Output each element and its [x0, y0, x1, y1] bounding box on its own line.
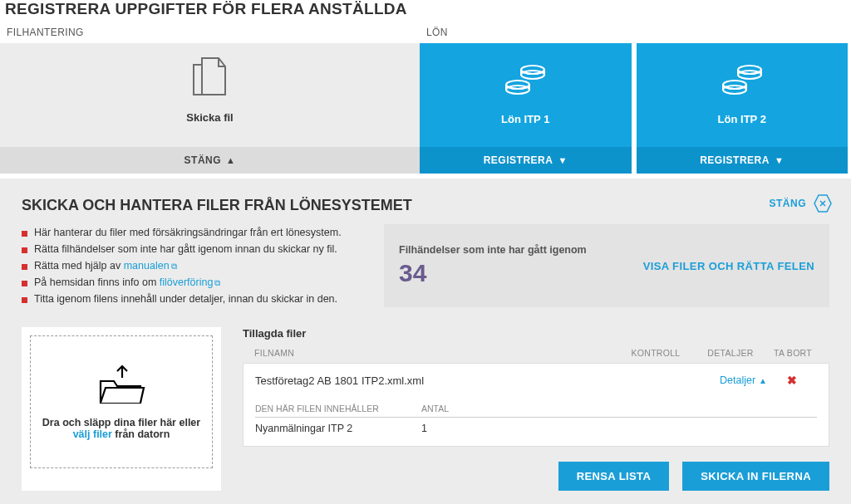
- file-item: Testföretag2 AB 1801 ITP2.xml.xml Detalj…: [243, 363, 829, 447]
- file-delete-button[interactable]: ✖: [767, 374, 817, 387]
- page-title: REGISTRERA UPPGIFTER FÖR FLERA ANSTÄLLDA: [0, 0, 851, 25]
- column-label-lon: LÖN: [420, 25, 848, 43]
- column-label-filhantering: FILHANTERING: [0, 25, 420, 43]
- filetransfer-link[interactable]: filöverföring: [160, 276, 214, 288]
- list-item: Rätta filhändelser som inte har gått ige…: [22, 241, 362, 257]
- card-action-register[interactable]: REGISTRERA ▼: [637, 147, 849, 174]
- card-lon-itp1[interactable]: Lön ITP 1 REGISTRERA ▼: [420, 43, 632, 174]
- chevron-up-icon: ▲: [226, 155, 235, 165]
- col-header-tabort: TA BORT: [768, 348, 818, 358]
- card-action-label: STÄNG: [184, 154, 222, 166]
- pending-events-box: Filhändelser som inte har gått igenom 34…: [384, 224, 829, 307]
- external-link-icon: ⧉: [214, 278, 220, 287]
- card-skicka-fil[interactable]: Skicka fil STÄNG ▲: [0, 43, 420, 174]
- close-panel-text[interactable]: STÄNG: [770, 198, 807, 209]
- col-header-detaljer: DETALJER: [693, 348, 768, 358]
- coins-icon: [721, 61, 763, 100]
- card-action-label: REGISTRERA: [484, 154, 553, 166]
- card-action-close[interactable]: STÄNG ▲: [0, 147, 420, 174]
- sub-content-name: Nyanmälningar ITP 2: [255, 423, 421, 434]
- events-count: 34: [399, 259, 587, 287]
- dropzone-text: Dra och släpp dina filer här eller välj …: [42, 417, 200, 440]
- external-link-icon: ⧉: [171, 262, 177, 271]
- list-item: På hemsidan finns info om filöverföring⧉: [22, 274, 362, 291]
- file-details-toggle[interactable]: Detaljer ▲: [692, 374, 767, 386]
- card-title: Lön ITP 1: [501, 113, 549, 125]
- view-errors-link[interactable]: VISA FILER OCH RÄTTA FELEN: [643, 260, 814, 272]
- folder-upload-icon: [97, 365, 145, 409]
- list-item: Här hanterar du filer med försäkringsänd…: [22, 224, 362, 241]
- col-header-filename: FILNAMN: [254, 348, 618, 358]
- sub-header-contents: DEN HÄR FILEN INNEHÅLLER: [255, 404, 421, 413]
- file-name: Testföretag2 AB 1801 ITP2.xml.xml: [255, 374, 617, 387]
- clear-list-button[interactable]: RENSA LISTA: [558, 462, 670, 491]
- card-title: Skicka fil: [0, 111, 420, 124]
- col-header-kontroll: KONTROLL: [618, 348, 693, 358]
- send-files-button[interactable]: SKICKA IN FILERNA: [682, 462, 829, 491]
- close-icon[interactable]: [813, 193, 833, 213]
- chevron-down-icon: ▼: [558, 155, 567, 165]
- card-lon-itp2[interactable]: Lön ITP 2 REGISTRERA ▼: [637, 43, 849, 174]
- chevron-up-icon: ▲: [759, 376, 767, 385]
- file-dropzone[interactable]: Dra och släpp dina filer här eller välj …: [22, 327, 221, 491]
- events-label: Filhändelser som inte har gått igenom: [399, 244, 587, 256]
- card-action-label: REGISTRERA: [700, 154, 770, 166]
- card-action-register[interactable]: REGISTRERA ▼: [420, 147, 632, 174]
- list-item: Rätta med hjälp av manualen⧉: [22, 257, 362, 274]
- list-item: Titta igenom filens innehåll under detal…: [22, 291, 362, 307]
- file-management-panel: STÄNG SKICKA OCH HANTERA FILER FRÅN LÖNE…: [0, 179, 851, 504]
- file-copy-icon: [192, 56, 229, 105]
- info-bullet-list: Här hanterar du filer med försäkringsänd…: [22, 224, 362, 307]
- choose-files-link[interactable]: välj filer: [73, 428, 112, 440]
- coins-icon: [504, 61, 546, 100]
- chevron-down-icon: ▼: [775, 155, 784, 165]
- added-files-title: Tillagda filer: [243, 327, 829, 340]
- section-title: SKICKA OCH HANTERA FILER FRÅN LÖNESYSTEM…: [22, 197, 829, 214]
- sub-header-count: ANTAL: [421, 404, 488, 413]
- manual-link[interactable]: manualen: [124, 260, 170, 272]
- sub-content-count: 1: [421, 423, 488, 434]
- card-title: Lön ITP 2: [718, 113, 766, 125]
